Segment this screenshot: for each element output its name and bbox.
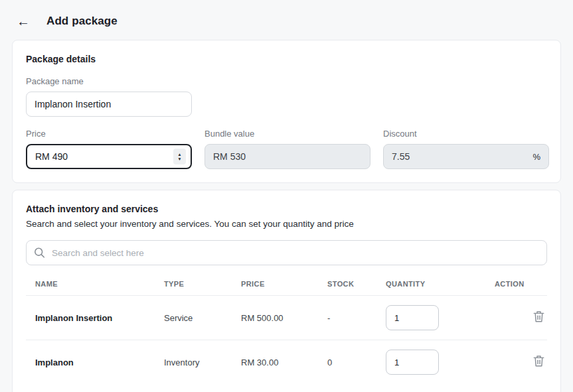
- discount-label: Discount: [383, 129, 549, 139]
- bundle-value-label: Bundle value: [205, 129, 370, 139]
- search-input[interactable]: [26, 240, 547, 265]
- discount-input: [383, 144, 549, 169]
- table-row: Implanon Inventory RM 30.00 0: [26, 340, 547, 385]
- col-header-price: PRICE: [232, 272, 318, 296]
- delete-item-button[interactable]: [533, 310, 544, 323]
- item-stock: 0: [318, 340, 376, 385]
- price-label: Price: [26, 129, 192, 139]
- col-header-stock: STOCK: [318, 272, 376, 296]
- quantity-input[interactable]: [386, 350, 439, 375]
- table-header-row: NAME TYPE PRICE STOCK QUANTITY ACTION: [26, 272, 547, 296]
- item-type: Service: [155, 296, 232, 340]
- package-name-label: Package name: [26, 76, 547, 86]
- attach-section-title: Attach inventory and services: [26, 204, 547, 214]
- price-field: Price ▲ ▼: [26, 129, 192, 169]
- add-package-page: ← Add package Package details Package na…: [0, 0, 573, 392]
- bundle-value-input: [205, 144, 370, 169]
- items-table: NAME TYPE PRICE STOCK QUANTITY ACTION Im…: [26, 272, 547, 384]
- package-details-card: Package details Package name Price ▲ ▼ B…: [12, 40, 561, 183]
- table-row: Implanon Insertion Service RM 500.00 -: [26, 296, 547, 340]
- col-header-type: TYPE: [155, 272, 232, 296]
- item-price: RM 30.00: [232, 340, 318, 385]
- col-header-quantity: QUANTITY: [376, 272, 485, 296]
- item-stock: -: [318, 296, 376, 340]
- search-box: [26, 240, 547, 265]
- page-header: ← Add package: [0, 0, 573, 40]
- item-name: Implanon Insertion: [26, 296, 155, 340]
- search-icon: [34, 247, 45, 259]
- attach-section-description: Search and select your inventory and ser…: [26, 219, 547, 229]
- discount-field: Discount %: [383, 129, 549, 169]
- col-header-name: NAME: [26, 272, 155, 296]
- package-name-field: Package name: [26, 76, 547, 117]
- trash-icon: [533, 310, 544, 323]
- pricing-fields-row: Price ▲ ▼ Bundle value Discount: [26, 129, 547, 169]
- item-name: Implanon: [26, 340, 155, 385]
- item-type: Inventory: [155, 340, 232, 385]
- percent-suffix: %: [532, 152, 540, 162]
- package-details-title: Package details: [26, 54, 547, 64]
- stepper-down-icon[interactable]: ▼: [177, 157, 181, 161]
- trash-icon: [533, 355, 544, 367]
- attach-inventory-card: Attach inventory and services Search and…: [12, 190, 561, 392]
- delete-item-button[interactable]: [533, 355, 544, 367]
- price-input[interactable]: [26, 144, 192, 169]
- number-stepper-icon[interactable]: ▲ ▼: [173, 149, 186, 164]
- quantity-input[interactable]: [386, 305, 439, 330]
- item-price: RM 500.00: [232, 296, 318, 340]
- stepper-up-icon[interactable]: ▲: [177, 152, 181, 157]
- col-header-action: ACTION: [485, 272, 547, 296]
- package-name-input[interactable]: [26, 92, 192, 117]
- back-button[interactable]: ←: [17, 15, 30, 28]
- bundle-value-field: Bundle value: [205, 129, 370, 169]
- page-title: Add package: [46, 15, 118, 28]
